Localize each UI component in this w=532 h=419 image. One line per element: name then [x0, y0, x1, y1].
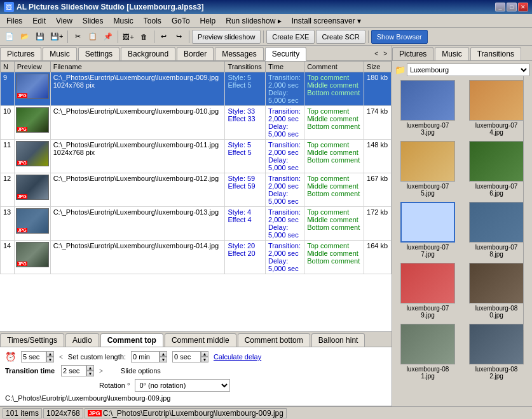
menu-music[interactable]: Music [109, 14, 139, 27]
menu-install-screensaver[interactable]: Install screensaver ▾ [287, 14, 366, 27]
custom-length-label: Set custom length: [68, 353, 126, 361]
folder-select[interactable]: Luxembourg [407, 63, 529, 76]
tab-messages[interactable]: Messages [215, 47, 264, 60]
cell-size: 148 kb [364, 140, 392, 173]
thumbnail-item[interactable]: luxembourg-07 7.jpg [395, 201, 461, 259]
show-browser-button[interactable]: Show Browser [371, 30, 428, 44]
thumbnail-item[interactable]: luxembourg-07 6.jpg [463, 140, 529, 198]
tab-settings[interactable]: Settings [78, 47, 119, 60]
bottom-tab-comment-top[interactable]: Comment top [100, 333, 163, 347]
tab-security[interactable]: Security [265, 47, 306, 61]
create-exe-button[interactable]: Create EXE [266, 30, 315, 44]
close-button[interactable]: ✕ [518, 3, 528, 11]
cell-preview: JPG [14, 207, 50, 241]
tab-border[interactable]: Border [177, 47, 214, 60]
cell-preview: JPG [14, 106, 50, 140]
cell-filename: C:\_Photos\Eurotrip\Luxembourg\luxembour… [50, 140, 225, 173]
status-path: JPG C:\_Photos\Eurotrip\Luxembourg\luxem… [85, 408, 287, 418]
delay-up[interactable]: ▲ [46, 351, 54, 357]
menu-files[interactable]: Files [1, 14, 27, 27]
rotation-label: Rotation ° [99, 382, 130, 389]
delay-spinner[interactable]: ▲ ▼ [21, 351, 54, 362]
preview-slideshow-button[interactable]: Preview slideshow [192, 30, 261, 44]
delay-down[interactable]: ▼ [46, 357, 54, 362]
cut-button[interactable]: ✂ [71, 30, 85, 44]
copy-button[interactable]: 📋 [86, 30, 100, 44]
thumbnail-item[interactable]: luxembourg-08 2.jpg [463, 323, 529, 381]
cell-n: 9 [1, 72, 15, 106]
custom-sec-down[interactable]: ▼ [201, 357, 208, 362]
right-tab-pictures[interactable]: Pictures [392, 47, 433, 60]
custom-sec-up[interactable]: ▲ [201, 351, 208, 357]
col-header-time: Time [266, 62, 304, 72]
table-row[interactable]: 14JPGC:\_Photos\Eurotrip\Luxembourg\luxe… [1, 241, 392, 274]
table-row[interactable]: 12JPGC:\_Photos\Eurotrip\Luxembourg\luxe… [1, 173, 392, 207]
tab-prev-button[interactable]: < [372, 50, 380, 58]
menu-goto[interactable]: GoTo [167, 14, 195, 27]
bottom-tab-audio[interactable]: Audio [65, 333, 99, 347]
menu-tools[interactable]: Tools [139, 14, 167, 27]
thumbnail-item[interactable]: luxembourg-07 9.jpg [395, 262, 461, 320]
tab-next-button[interactable]: > [381, 50, 389, 58]
table-row[interactable]: 10JPGC:\_Photos\Eurotrip\Luxembourg\luxe… [1, 106, 392, 140]
menu-view[interactable]: View [51, 14, 78, 27]
rotation-select[interactable]: 0° (no rotation) 90° (clockwise) 180° 27… [135, 379, 230, 392]
right-tab-music[interactable]: Music [435, 47, 468, 60]
custom-sec-value[interactable] [172, 351, 201, 362]
minimize-button[interactable]: _ [495, 3, 505, 11]
transition-up[interactable]: ▲ [86, 365, 94, 371]
menu-edit[interactable]: Edit [27, 14, 51, 27]
thumbnail-item[interactable]: luxembourg-07 3.jpg [395, 79, 461, 137]
tab-pictures[interactable]: Pictures [0, 47, 41, 60]
custom-min-up[interactable]: ▲ [160, 351, 167, 357]
maximize-button[interactable]: □ [507, 3, 517, 11]
thumbnail-item[interactable]: luxembourg-08 1.jpg [395, 323, 461, 381]
separator-4 [189, 30, 189, 43]
open-button[interactable]: 📂 [18, 30, 32, 44]
thumbnail-item[interactable]: luxembourg-08 0.jpg [463, 262, 529, 320]
delay-value[interactable] [21, 351, 46, 362]
paste-button[interactable]: 📌 [101, 30, 115, 44]
custom-min-spinner[interactable]: ▲ ▼ [131, 351, 167, 362]
bottom-tab-times[interactable]: Times/Settings [0, 333, 64, 347]
redo-button[interactable]: ↪ [172, 30, 186, 44]
transition-value[interactable] [61, 365, 86, 376]
custom-min-value[interactable] [131, 351, 160, 362]
remove-button[interactable]: 🗑 [137, 30, 151, 44]
thumbnail-item[interactable]: luxembourg-07 8.jpg [463, 201, 529, 259]
cell-time: Transition: 2,000 sec Delay: 5,000 sec [266, 173, 304, 207]
calc-delay-link[interactable]: Calculate delay [214, 353, 261, 361]
transition-spinner[interactable]: ▲ ▼ [61, 365, 94, 376]
undo-button[interactable]: ↩ [157, 30, 171, 44]
table-container[interactable]: N Preview Filename Transitions Time Comm… [0, 61, 392, 331]
table-row[interactable]: 9JPGC:\_Photos\Eurotrip\Luxembourg\luxem… [1, 72, 392, 106]
scrollbar[interactable] [523, 76, 532, 330]
thumbnail-item[interactable]: luxembourg-07 5.jpg [395, 140, 461, 198]
right-panel-content: 📁 Luxembourg luxembourg-07 3.jpgluxembou… [392, 61, 532, 406]
create-scr-button[interactable]: Create SCR [316, 30, 365, 44]
table-row[interactable]: 11JPGC:\_Photos\Eurotrip\Luxembourg\luxe… [1, 140, 392, 173]
right-tab-transitions[interactable]: Transitions [470, 47, 521, 60]
delay-icon: ⏰ [5, 352, 16, 362]
cell-filename: C:\_Photos\Eurotrip\Luxembourg\luxembour… [50, 241, 225, 274]
table-row[interactable]: 13JPGC:\_Photos\Eurotrip\Luxembourg\luxe… [1, 207, 392, 241]
bottom-tab-comment-middle[interactable]: Comment middle [165, 333, 236, 347]
menu-run-slideshow[interactable]: Run slideshow ▸ [221, 14, 286, 27]
tab-music[interactable]: Music [43, 47, 76, 60]
save-as-button[interactable]: 💾+ [48, 30, 65, 44]
save-button[interactable]: 💾 [33, 30, 47, 44]
new-button[interactable]: 📄 [3, 30, 17, 44]
custom-sec-spinner[interactable]: ▲ ▼ [172, 351, 208, 362]
tab-background[interactable]: Background [121, 47, 175, 60]
cell-filename: C:\_Photos\Eurotrip\Luxembourg\luxembour… [50, 207, 225, 241]
col-header-filename: Filename [50, 62, 225, 72]
transition-down[interactable]: ▼ [86, 371, 94, 376]
bottom-tab-comment-bottom[interactable]: Comment bottom [238, 333, 310, 347]
menu-slides[interactable]: Slides [78, 14, 109, 27]
bottom-tab-balloon[interactable]: Balloon hint [311, 333, 365, 347]
menu-help[interactable]: Help [195, 14, 221, 27]
pictures-table: N Preview Filename Transitions Time Comm… [0, 61, 392, 274]
custom-min-down[interactable]: ▼ [160, 357, 167, 362]
add-files-button[interactable]: 🖼+ [121, 30, 135, 44]
thumbnail-item[interactable]: luxembourg-07 4.jpg [463, 79, 529, 137]
